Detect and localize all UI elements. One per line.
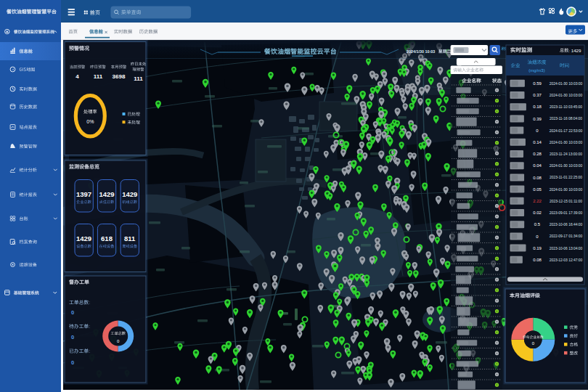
- svg-text:0.28: 0.28: [533, 152, 542, 156]
- svg-text:2024-01-30 10:03:00: 2024-01-30 10:03:00: [550, 141, 583, 144]
- svg-text:2024-01-30 10:03:00: 2024-01-30 10:03:00: [550, 94, 583, 97]
- svg-text:2024-01-30 10:03:00: 2024-01-30 10:03:00: [550, 188, 583, 192]
- svg-text:1397: 1397: [76, 190, 91, 198]
- svg-text:0.04: 0.04: [533, 163, 542, 168]
- svg-text:0.19: 0.19: [533, 246, 542, 250]
- svg-text:2023-11-10 03:45:00: 2023-11-10 03:45:00: [550, 105, 582, 109]
- svg-text:111: 111: [134, 75, 143, 82]
- svg-text:0.08: 0.08: [533, 176, 542, 180]
- svg-text:1429: 1429: [122, 190, 137, 198]
- svg-text:618: 618: [101, 234, 113, 242]
- svg-text:0.05: 0.05: [533, 187, 542, 192]
- svg-text:2024/1/30 10:03: 2024/1/30 10:03: [407, 49, 435, 54]
- svg-text:0%: 0%: [86, 119, 94, 124]
- svg-text:2023-12-03 12:47:00: 2023-12-03 12:47:00: [550, 258, 583, 262]
- svg-text:0.5: 0.5: [534, 222, 541, 226]
- svg-text:: 1429: : 1429: [568, 48, 581, 53]
- svg-text:(mg/m3): (mg/m3): [528, 68, 544, 73]
- svg-text:2023-10-06 16:44:00: 2023-10-06 16:44:00: [550, 223, 583, 226]
- svg-text:4: 4: [75, 73, 79, 80]
- svg-text:0.37: 0.37: [533, 93, 542, 97]
- svg-text:2.22: 2.22: [533, 199, 542, 203]
- svg-text:0: 0: [71, 334, 74, 340]
- svg-text:2023-09-01 17:39:00: 2023-09-01 17:39:00: [550, 211, 583, 215]
- svg-text:2023-10-06 13:04:00: 2023-10-06 13:04:00: [550, 247, 583, 250]
- svg-text:0: 0: [71, 359, 74, 366]
- svg-text:0.39: 0.39: [533, 117, 542, 121]
- svg-text:1429: 1429: [99, 190, 114, 198]
- svg-text:2023-11-01 22:25:00: 2023-11-01 22:25:00: [550, 176, 582, 179]
- svg-text:0.18: 0.18: [533, 105, 542, 109]
- svg-text:2022-09-17 01:34:00: 2022-09-17 01:34:00: [550, 234, 583, 238]
- svg-text:0.14: 0.14: [533, 140, 542, 144]
- svg-text:0.59: 0.59: [533, 81, 542, 86]
- svg-text:2024-01-30 10:03:00: 2024-01-30 10:03:00: [550, 82, 583, 86]
- svg-text:2023-11-24 13:00:00: 2023-11-24 13:00:00: [550, 152, 582, 156]
- svg-text:0.08: 0.08: [533, 258, 542, 262]
- svg-text:0.02: 0.02: [533, 211, 542, 215]
- svg-text:2023-11-16 08:04:00: 2023-11-16 08:04:00: [550, 117, 582, 121]
- svg-text:2024-01-30 10:03:00: 2024-01-30 10:03:00: [550, 164, 583, 168]
- svg-text:811: 811: [124, 234, 136, 242]
- svg-text:0: 0: [71, 309, 74, 316]
- svg-text:1429: 1429: [76, 234, 91, 242]
- svg-text:2023-12-15 01:11:00: 2023-12-15 01:11:00: [550, 200, 582, 203]
- svg-text:3698: 3698: [113, 73, 126, 80]
- svg-text:2024-01-17 22:53:00: 2024-01-17 22:53:00: [550, 129, 583, 133]
- svg-text:111: 111: [94, 73, 103, 80]
